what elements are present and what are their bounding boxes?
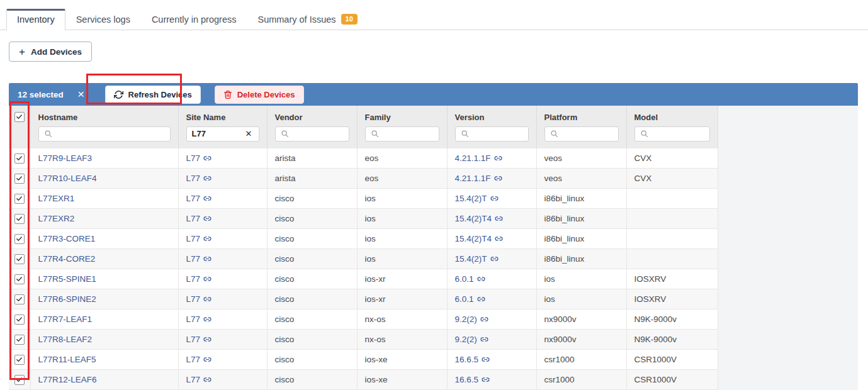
hostname-link[interactable]: L77R7-LEAF1: [38, 315, 93, 324]
tab-summary-of-issues-label: Summary of Issues: [257, 14, 335, 25]
search-icon: [44, 130, 52, 138]
site-link[interactable]: L77: [186, 315, 212, 324]
row-checkbox[interactable]: [14, 254, 25, 264]
version-link[interactable]: 6.0.1: [455, 274, 485, 284]
plus-icon: +: [19, 47, 25, 57]
device-grid: 12 selected ✕ Refresh Devices: [9, 83, 858, 390]
hostname-link[interactable]: L77R3-CORE1: [38, 234, 96, 243]
vendor-cell: cisco: [267, 370, 357, 390]
empty-cell: [718, 229, 858, 249]
version-link[interactable]: 15.4(2)T: [455, 194, 499, 203]
refresh-icon: [114, 90, 123, 99]
platform-cell: i86bi_linux: [536, 209, 626, 229]
model-cell: CSR1000V: [626, 370, 718, 390]
row-checkbox[interactable]: [14, 355, 25, 365]
link-icon: [203, 295, 211, 303]
site-link[interactable]: L77: [186, 234, 212, 243]
check-icon: [16, 155, 23, 162]
refresh-devices-button[interactable]: Refresh Devices: [105, 86, 201, 104]
vendor-cell: arista: [267, 148, 357, 169]
hostname-link[interactable]: L77R4-CORE2: [38, 254, 96, 264]
hostname-filter-input[interactable]: [56, 129, 165, 138]
vendor-filter-input[interactable]: [293, 129, 344, 138]
delete-devices-button[interactable]: Delete Devices: [215, 86, 304, 104]
hostname-link[interactable]: L77R11-LEAF5: [38, 355, 96, 364]
hostname-link[interactable]: L77R12-LEAF6: [38, 375, 97, 384]
add-devices-button[interactable]: + Add Devices: [9, 42, 92, 62]
link-icon: [203, 174, 211, 182]
table-row: L77R12-LEAF6L77ciscoios-xe16.6.5csr1000C…: [9, 370, 858, 390]
platform-cell: ios: [536, 289, 626, 309]
site-link[interactable]: L77: [186, 214, 212, 223]
version-link[interactable]: 16.6.5: [455, 375, 490, 384]
hostname-link[interactable]: L77R10-LEAF4: [38, 174, 97, 183]
version-filter-input[interactable]: [473, 129, 523, 138]
clear-x-icon[interactable]: ✕: [244, 129, 254, 138]
tab-services-logs[interactable]: Services logs: [65, 9, 141, 30]
row-checkbox[interactable]: [14, 315, 25, 325]
tab-bar: Inventory Services logs Currently in pro…: [0, 0, 868, 30]
version-link[interactable]: 9.2(2): [455, 315, 488, 324]
empty-cell: [718, 269, 858, 289]
version-link[interactable]: 15.4(2)T: [455, 254, 499, 264]
version-link[interactable]: 15.4(2)T4: [455, 234, 504, 243]
family-filter: [365, 126, 439, 142]
model-cell: CSR1000V: [626, 350, 718, 370]
empty-cell: [718, 309, 858, 330]
version-link[interactable]: 9.2(2): [455, 335, 488, 344]
site-link[interactable]: L77: [186, 335, 212, 344]
row-checkbox[interactable]: [14, 214, 25, 224]
link-icon: [482, 355, 490, 364]
hostname-link[interactable]: L77R5-SPINE1: [38, 274, 96, 284]
row-checkbox[interactable]: [14, 194, 25, 204]
row-checkbox[interactable]: [14, 335, 25, 345]
version-link[interactable]: 16.6.5: [455, 355, 490, 364]
version-link[interactable]: 6.0.1: [455, 294, 485, 304]
family-cell: ios-xr: [357, 289, 447, 309]
empty-cell: [718, 169, 858, 189]
tab-inventory-label: Inventory: [17, 14, 55, 25]
vendor-cell: cisco: [267, 229, 357, 249]
site-link[interactable]: L77: [186, 153, 212, 163]
site-link[interactable]: L77: [186, 294, 212, 304]
site-link[interactable]: L77: [186, 375, 212, 384]
vendor-cell: cisco: [267, 289, 357, 309]
model-filter-input[interactable]: [652, 129, 704, 138]
empty-cell: [718, 289, 858, 309]
site-link[interactable]: L77: [186, 355, 212, 364]
row-checkbox[interactable]: [14, 375, 25, 385]
row-checkbox[interactable]: [14, 174, 25, 184]
row-checkbox[interactable]: [14, 153, 25, 164]
vendor-cell: arista: [267, 169, 357, 189]
tab-summary-of-issues[interactable]: Summary of Issues 10: [247, 8, 368, 30]
platform-cell: i86bi_linux: [536, 189, 626, 209]
check-icon: [16, 336, 23, 343]
row-checkbox[interactable]: [14, 294, 25, 304]
check-icon: [16, 356, 23, 363]
hostname-link[interactable]: L77R8-LEAF2: [38, 335, 93, 344]
hostname-link[interactable]: L77R6-SPINE2: [38, 294, 96, 304]
site-name-filter-input[interactable]: [192, 129, 240, 138]
tab-currently-in-progress-label: Currently in progress: [152, 14, 237, 25]
row-checkbox[interactable]: [14, 234, 25, 244]
issues-count-badge: 10: [341, 14, 358, 25]
site-link[interactable]: L77: [186, 274, 212, 284]
hostname-link[interactable]: L77EXR1: [38, 194, 75, 203]
link-icon: [203, 154, 211, 162]
site-link[interactable]: L77: [186, 174, 212, 183]
hostname-link[interactable]: L77R9-LEAF3: [38, 153, 93, 163]
family-filter-input[interactable]: [383, 129, 434, 138]
tab-currently-in-progress[interactable]: Currently in progress: [141, 9, 247, 30]
row-checkbox[interactable]: [14, 274, 25, 284]
refresh-devices-label: Refresh Devices: [128, 90, 192, 99]
clear-selection-icon[interactable]: ✕: [72, 88, 90, 101]
version-link[interactable]: 4.21.1.1F: [455, 153, 502, 163]
tab-inventory[interactable]: Inventory: [6, 9, 65, 30]
hostname-link[interactable]: L77EXR2: [38, 214, 75, 223]
site-link[interactable]: L77: [186, 194, 212, 203]
platform-filter-input[interactable]: [562, 129, 613, 138]
select-all-checkbox[interactable]: [14, 112, 25, 122]
version-link[interactable]: 4.21.1.1F: [455, 174, 502, 183]
version-link[interactable]: 15.4(2)T4: [455, 214, 504, 223]
site-link[interactable]: L77: [186, 254, 212, 264]
